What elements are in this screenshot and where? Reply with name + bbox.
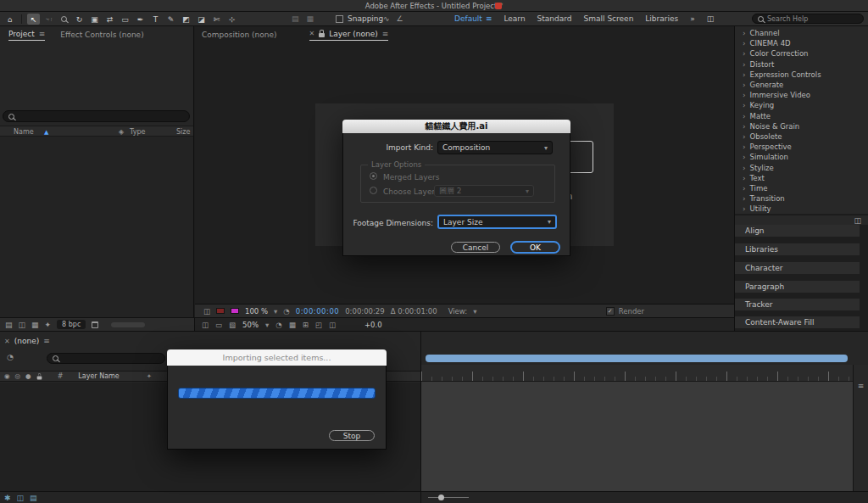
color-depth-button[interactable]: 8 bpc (57, 320, 86, 329)
zoom-slider-knob[interactable] (438, 495, 444, 500)
effects-category-matte[interactable]: ›Matte (735, 111, 868, 121)
workspace-menu-icon[interactable]: ≡ (486, 14, 492, 23)
effects-category-simulation[interactable]: ›Simulation (735, 152, 868, 162)
effects-category-immersive-video[interactable]: ›Immersive Video (735, 90, 868, 100)
always-preview-icon[interactable]: ◫ (202, 321, 209, 329)
camera-tool-icon[interactable]: ▣ (88, 14, 101, 25)
timeline-ruler[interactable] (421, 365, 853, 382)
tag-icon[interactable]: ◈ (119, 128, 124, 136)
magnification-value[interactable]: 100 % (245, 307, 268, 316)
workspace-small-screen[interactable]: Small Screen (584, 14, 634, 23)
effects-category-cinema4d[interactable]: ›CINEMA 4D (735, 38, 868, 48)
channels-icon[interactable]: ◫ (203, 307, 210, 316)
selection-tool-icon[interactable]: ↖ (27, 14, 40, 25)
tab-layer-menu-icon[interactable]: ≡ (382, 30, 389, 38)
zoom-tool-icon[interactable] (58, 14, 70, 25)
effects-category-text[interactable]: ›Text (735, 173, 868, 183)
timeline-tab-menu-icon[interactable]: ≡ (43, 337, 50, 345)
column-size[interactable]: Size (176, 128, 190, 136)
close-tab-icon[interactable]: ✕ (4, 338, 10, 345)
workspace-default[interactable]: Default (454, 14, 482, 23)
effects-category-utility[interactable]: ›Utility (735, 204, 868, 214)
choose-layer-radio[interactable] (370, 187, 377, 194)
panel-content-aware-fill[interactable]: Content-Aware Fill (735, 316, 860, 328)
panel-align[interactable]: Align (735, 225, 860, 237)
frame-blend-icon[interactable]: ◫ (17, 494, 25, 502)
workspace-learn[interactable]: Learn (504, 14, 525, 23)
solo-icon[interactable]: ● (25, 372, 31, 380)
effects-category-distort[interactable]: ›Distort (735, 59, 868, 70)
pan-behind-tool-icon[interactable]: ⇄ (103, 14, 116, 25)
panel-tracker[interactable]: Tracker (735, 299, 860, 310)
panel-paragraph[interactable]: Paragraph (735, 281, 860, 293)
choose-layer-dropdown[interactable]: 圖層 2 ▾ (434, 185, 534, 197)
tab-layer[interactable]: Layer (none) (329, 30, 377, 38)
effects-category-time[interactable]: ›Time (735, 183, 868, 193)
view-chevron-icon[interactable]: ▾ (473, 307, 476, 316)
render-checkbox[interactable]: ✓ (606, 307, 615, 316)
effects-panel-options-icon[interactable]: ◫ (854, 216, 861, 225)
region-of-interest-icon[interactable]: ▭ (215, 321, 222, 329)
timeline-horizontal-scrollbar[interactable] (426, 355, 848, 362)
snapshot-icon[interactable]: ◰ (315, 321, 322, 329)
show-channel-icon[interactable]: ◫ (329, 321, 336, 329)
magenta-color-swatch[interactable] (231, 308, 239, 314)
project-search-input[interactable] (18, 112, 184, 120)
effects-category-keying[interactable]: ›Keying (735, 100, 868, 110)
motion-blur-icon[interactable]: ▤ (30, 494, 37, 502)
paint-panel-icon[interactable]: ▦ (307, 14, 314, 23)
sort-ascending-icon[interactable]: ▲ (44, 129, 48, 136)
effects-category-obsolete[interactable]: ›Obsolete (735, 131, 868, 142)
home-icon[interactable]: ⌂ (3, 14, 16, 25)
expand-layers-icon[interactable]: ✱ (4, 494, 11, 502)
tab-composition[interactable]: Composition (none) (202, 31, 277, 39)
timeline-search-field[interactable] (47, 353, 165, 364)
brush-tool-icon[interactable]: ✎ (164, 14, 177, 25)
cancel-button[interactable]: Cancel (451, 242, 500, 253)
snap-angle-icon[interactable]: ∠ (397, 14, 403, 23)
timeline-tab-label[interactable]: (none) (14, 337, 39, 345)
timeline-tab[interactable]: ✕ (none) ≡ (4, 337, 50, 345)
snapping-checkbox[interactable] (336, 15, 343, 23)
effects-category-generate[interactable]: ›Generate (735, 80, 868, 90)
trash-icon[interactable] (92, 321, 98, 328)
exposure-value[interactable]: +0.0 (364, 321, 382, 329)
new-composition-icon[interactable]: ▦ (31, 321, 39, 329)
effects-category-noise-grain[interactable]: ›Noise & Grain (735, 121, 868, 131)
magnification2-value[interactable]: 50% (242, 321, 259, 329)
snap-feature-icon[interactable]: ∿ (383, 14, 390, 23)
puppet-tool-icon[interactable]: ⊹ (225, 14, 238, 25)
column-type[interactable]: Type (130, 128, 145, 136)
effects-category-stylize[interactable]: ›Stylize (735, 162, 868, 172)
footage-dimensions-dropdown[interactable]: Layer Size ▾ (437, 215, 557, 229)
timeline-zoom-slider[interactable] (428, 497, 469, 498)
roto-brush-tool-icon[interactable]: ✄ (210, 14, 223, 25)
layer-name-column[interactable]: Layer Name (78, 372, 119, 380)
new-folder-icon[interactable]: ◫ (19, 321, 26, 329)
type-tool-icon[interactable]: T (149, 14, 162, 25)
column-name[interactable]: Name (14, 128, 34, 136)
transparency-grid-icon[interactable]: ▧ (229, 321, 236, 329)
workspace-overflow-icon[interactable]: » (690, 14, 695, 23)
timeline-search-input[interactable] (62, 355, 159, 363)
workspace-standard[interactable]: Standard (537, 14, 572, 23)
chevron-down-icon[interactable]: ▾ (265, 321, 269, 329)
timeline-tracks-area[interactable] (421, 382, 853, 491)
grid-options-icon[interactable]: ▦ (289, 321, 296, 329)
background-color-swatch[interactable] (216, 308, 225, 314)
preview-time-icon[interactable]: ◔ (275, 321, 281, 329)
composition-mini-icon[interactable]: ◔ (7, 353, 14, 361)
media-browser-icon[interactable]: ◫ (707, 14, 715, 23)
tab-project-menu-icon[interactable]: ≡ (39, 30, 46, 38)
pen-tool-icon[interactable]: ✒ (134, 14, 147, 25)
effects-category-color-correction[interactable]: ›Color Correction (735, 48, 868, 59)
interpret-footage-icon[interactable]: ▤ (5, 321, 13, 329)
eraser-tool-icon[interactable]: ◪ (195, 14, 208, 25)
shape-tool-icon[interactable]: ▭ (119, 14, 131, 25)
orbit-tool-icon[interactable]: ↻ (73, 14, 86, 25)
panel-libraries[interactable]: Libraries (735, 243, 860, 255)
audio-icon[interactable]: ◎ (15, 372, 21, 380)
import-kind-dropdown[interactable]: Composition ▾ (437, 141, 553, 154)
stop-button[interactable]: Stop (329, 430, 375, 441)
help-search-field[interactable] (752, 14, 864, 24)
